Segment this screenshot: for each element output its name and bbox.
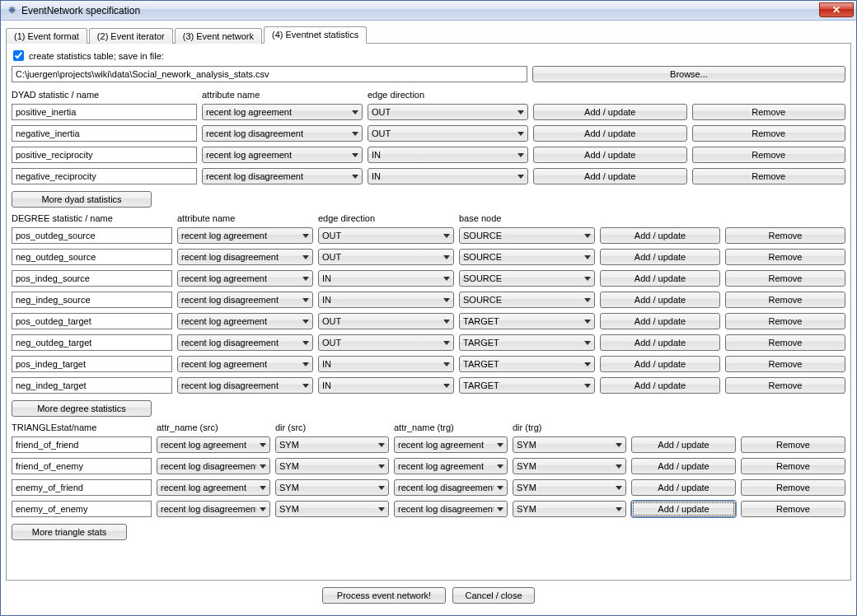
process-button[interactable]: Process event network! bbox=[322, 587, 446, 604]
degree-dir-combo[interactable]: OUT bbox=[318, 227, 454, 244]
create-stats-checkbox[interactable] bbox=[13, 50, 24, 61]
triangle-attr-src-combo[interactable]: recent log disagreement bbox=[157, 501, 270, 517]
remove-button[interactable]: Remove bbox=[725, 334, 845, 351]
degree-base-combo[interactable]: TARGET bbox=[459, 313, 595, 329]
remove-button[interactable]: Remove bbox=[692, 147, 846, 163]
degree-dir-combo[interactable]: IN bbox=[318, 377, 454, 394]
dyad-dir-combo[interactable]: IN bbox=[368, 168, 528, 184]
remove-button[interactable]: Remove bbox=[725, 249, 845, 265]
degree-name-input[interactable] bbox=[12, 313, 172, 329]
triangle-name-input[interactable] bbox=[12, 501, 152, 517]
triangle-attr-src-combo[interactable]: recent log agreement bbox=[157, 436, 270, 453]
add-update-button[interactable]: Add / update bbox=[631, 479, 736, 496]
remove-button[interactable]: Remove bbox=[692, 104, 846, 120]
remove-button[interactable]: Remove bbox=[725, 356, 845, 372]
dyad-attr-combo[interactable]: recent log agreement bbox=[202, 104, 363, 120]
triangle-dir-src-combo[interactable]: SYM bbox=[275, 501, 389, 517]
triangle-attr-trg-combo[interactable]: recent log agreement bbox=[394, 436, 508, 453]
triangle-attr-src-combo[interactable]: recent log disagreement bbox=[157, 458, 270, 474]
tab-event-network[interactable]: (3) Event network bbox=[175, 28, 262, 44]
degree-attr-combo[interactable]: recent log agreement bbox=[177, 356, 313, 372]
degree-name-input[interactable] bbox=[12, 334, 172, 351]
degree-base-combo[interactable]: SOURCE bbox=[459, 227, 595, 244]
degree-base-combo[interactable]: TARGET bbox=[459, 334, 595, 351]
degree-dir-combo[interactable]: IN bbox=[318, 356, 454, 372]
degree-dir-combo[interactable]: IN bbox=[318, 270, 454, 287]
triangle-name-input[interactable] bbox=[12, 436, 152, 453]
cancel-button[interactable]: Cancel / close bbox=[452, 587, 535, 604]
remove-button[interactable]: Remove bbox=[725, 227, 845, 244]
degree-name-input[interactable] bbox=[12, 356, 172, 372]
dyad-name-input[interactable] bbox=[12, 147, 197, 163]
dyad-dir-combo[interactable]: OUT bbox=[368, 104, 528, 120]
add-update-button[interactable]: Add / update bbox=[631, 436, 736, 453]
add-update-button[interactable]: Add / update bbox=[600, 227, 720, 244]
triangle-attr-trg-combo[interactable]: recent log disagreement bbox=[394, 479, 508, 496]
more-triangle-button[interactable]: More triangle stats bbox=[12, 524, 127, 540]
remove-button[interactable]: Remove bbox=[741, 479, 845, 496]
degree-dir-combo[interactable]: IN bbox=[318, 292, 454, 308]
degree-attr-combo[interactable]: recent log disagreement bbox=[177, 249, 313, 265]
triangle-dir-src-combo[interactable]: SYM bbox=[275, 479, 389, 496]
degree-name-input[interactable] bbox=[12, 227, 172, 244]
degree-base-combo[interactable]: SOURCE bbox=[459, 292, 595, 308]
degree-attr-combo[interactable]: recent log agreement bbox=[177, 227, 313, 244]
triangle-dir-trg-combo[interactable]: SYM bbox=[513, 436, 626, 453]
remove-button[interactable]: Remove bbox=[725, 292, 845, 308]
dyad-attr-combo[interactable]: recent log disagreement bbox=[202, 125, 363, 142]
remove-button[interactable]: Remove bbox=[741, 436, 845, 453]
degree-attr-combo[interactable]: recent log disagreement bbox=[177, 292, 313, 308]
triangle-attr-trg-combo[interactable]: recent log agreement bbox=[394, 458, 508, 474]
more-dyad-button[interactable]: More dyad statistics bbox=[12, 191, 152, 208]
degree-dir-combo[interactable]: OUT bbox=[318, 249, 454, 265]
remove-button[interactable]: Remove bbox=[725, 377, 845, 394]
add-update-button[interactable]: Add / update bbox=[533, 147, 687, 163]
degree-base-combo[interactable]: TARGET bbox=[459, 377, 595, 394]
degree-name-input[interactable] bbox=[12, 270, 172, 287]
dyad-dir-combo[interactable]: OUT bbox=[368, 125, 528, 142]
remove-button[interactable]: Remove bbox=[741, 501, 845, 517]
triangle-dir-trg-combo[interactable]: SYM bbox=[513, 501, 626, 517]
degree-attr-combo[interactable]: recent log agreement bbox=[177, 313, 313, 329]
tab-event-format[interactable]: (1) Event format bbox=[6, 28, 87, 44]
triangle-dir-trg-combo[interactable]: SYM bbox=[513, 479, 626, 496]
more-degree-button[interactable]: More degree statistics bbox=[12, 400, 152, 417]
dyad-dir-combo[interactable]: IN bbox=[368, 147, 528, 163]
add-update-button[interactable]: Add / update bbox=[533, 125, 687, 142]
triangle-name-input[interactable] bbox=[12, 479, 152, 496]
degree-dir-combo[interactable]: OUT bbox=[318, 313, 454, 329]
add-update-button[interactable]: Add / update bbox=[533, 104, 687, 120]
degree-dir-combo[interactable]: OUT bbox=[318, 334, 454, 351]
add-update-button[interactable]: Add / update bbox=[600, 249, 720, 265]
dyad-name-input[interactable] bbox=[12, 125, 197, 142]
triangle-dir-src-combo[interactable]: SYM bbox=[275, 436, 389, 453]
remove-button[interactable]: Remove bbox=[692, 125, 846, 142]
browse-button[interactable]: Browse... bbox=[532, 66, 845, 82]
degree-attr-combo[interactable]: recent log disagreement bbox=[177, 377, 313, 394]
add-update-button[interactable]: Add / update bbox=[600, 292, 720, 308]
add-update-button[interactable]: Add / update bbox=[600, 334, 720, 351]
add-update-button[interactable]: Add / update bbox=[631, 458, 736, 474]
remove-button[interactable]: Remove bbox=[692, 168, 846, 184]
remove-button[interactable]: Remove bbox=[725, 313, 845, 329]
degree-name-input[interactable] bbox=[12, 249, 172, 265]
degree-base-combo[interactable]: SOURCE bbox=[459, 249, 595, 265]
tab-eventnet-statistics[interactable]: (4) Eventnet statistics bbox=[264, 26, 367, 44]
dyad-name-input[interactable] bbox=[12, 104, 197, 120]
triangle-dir-src-combo[interactable]: SYM bbox=[275, 458, 389, 474]
add-update-button[interactable]: Add / update bbox=[600, 377, 720, 394]
close-button[interactable]: ✕ bbox=[819, 2, 854, 17]
degree-name-input[interactable] bbox=[12, 292, 172, 308]
file-path-input[interactable] bbox=[12, 66, 527, 82]
dyad-attr-combo[interactable]: recent log disagreement bbox=[202, 168, 363, 184]
triangle-attr-trg-combo[interactable]: recent log disagreement bbox=[394, 501, 508, 517]
remove-button[interactable]: Remove bbox=[725, 270, 845, 287]
add-update-button[interactable]: Add / update bbox=[600, 270, 720, 287]
dyad-name-input[interactable] bbox=[12, 168, 197, 184]
add-update-button[interactable]: Add / update bbox=[600, 313, 720, 329]
degree-base-combo[interactable]: TARGET bbox=[459, 356, 595, 372]
remove-button[interactable]: Remove bbox=[741, 458, 845, 474]
add-update-button[interactable]: Add / update bbox=[600, 356, 720, 372]
add-update-button[interactable]: Add / update bbox=[631, 501, 736, 517]
degree-name-input[interactable] bbox=[12, 377, 172, 394]
